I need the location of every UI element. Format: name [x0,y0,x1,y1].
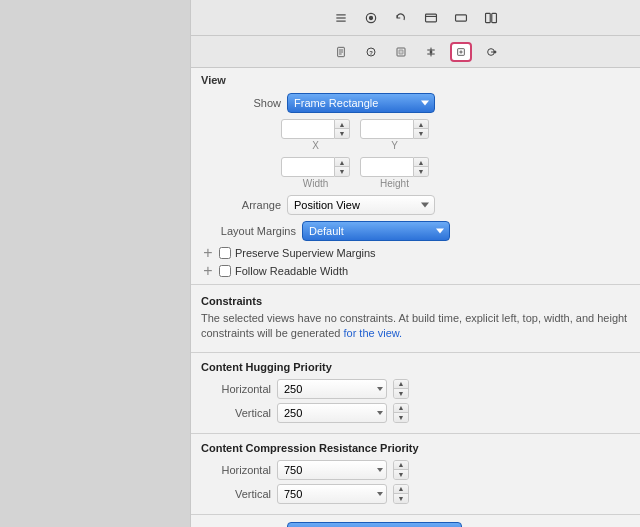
left-background [0,0,190,527]
content-hugging-title: Content Hugging Priority [201,361,630,373]
layout-label: Layout Margins [201,225,296,237]
attributes-tab-icon[interactable] [420,42,442,62]
divider-3 [191,433,640,434]
constraints-blue-text: for the view. [343,327,402,339]
y-increment-button[interactable]: ▲ [414,120,428,129]
compression-horizontal-label: Horizontal [201,464,271,476]
compression-resistance-section: Content Compression Resistance Priority … [191,438,640,510]
y-field[interactable]: 118 [360,119,414,139]
compression-horizontal-decrement[interactable]: ▼ [394,470,408,479]
x-decrement-button[interactable]: ▼ [335,129,349,138]
xy-row: 287 ▲ ▼ X 118 ▲ ▼ Y [191,116,640,154]
layout-select[interactable]: Default [302,221,450,241]
show-row: Show Frame Rectangle [191,90,640,116]
x-label: X [312,140,319,151]
height-increment-button[interactable]: ▲ [414,158,428,167]
divider-1 [191,284,640,285]
height-decrement-button[interactable]: ▼ [414,167,428,176]
arrange-select-wrapper: Position View [287,195,435,215]
svg-text:?: ? [369,49,373,55]
content-hugging-section: Content Hugging Priority Horizontal 250 … [191,357,640,429]
compression-horizontal-row: Horizontal 750 ▲ ▼ [201,458,630,482]
hugging-horizontal-label: Horizontal [201,383,271,395]
width-stepper: ▲ ▼ [335,157,350,177]
x-stepper: ▲ ▼ [335,119,350,139]
svg-point-18 [430,51,432,53]
compression-vertical-label: Vertical [201,488,271,500]
svg-point-4 [369,16,372,19]
width-field[interactable]: 45 [281,157,335,177]
connect-icon[interactable] [359,7,383,29]
compression-vertical-increment[interactable]: ▲ [394,485,408,494]
height-label: Height [380,178,409,189]
compression-vertical-stepper: ▲ ▼ [393,484,409,504]
compression-vertical-select[interactable]: 750 [277,484,387,504]
follow-checkbox[interactable] [219,265,231,277]
layout-select-wrapper: Default [302,221,450,241]
show-select[interactable]: Frame Rectangle [287,93,435,113]
width-input-group: 45 ▲ ▼ [281,157,350,177]
show-select-wrapper: Frame Rectangle [287,93,435,113]
wh-row: 45 ▲ ▼ Width 30 ▲ ▼ Height [191,154,640,192]
y-decrement-button[interactable]: ▼ [414,129,428,138]
height-stepper: ▲ ▼ [414,157,429,177]
width-coord-item: 45 ▲ ▼ Width [281,157,350,189]
svg-rect-7 [455,14,466,20]
follow-plus-button[interactable]: + [201,264,215,278]
file-tab-icon[interactable] [330,42,352,62]
height-field[interactable]: 30 [360,157,414,177]
hugging-vertical-decrement[interactable]: ▼ [394,413,408,422]
hugging-vertical-increment[interactable]: ▲ [394,404,408,413]
preserve-plus-button[interactable]: + [201,246,215,260]
mask-tab-icon[interactable] [390,42,412,62]
height-input-group: 30 ▲ ▼ [360,157,429,177]
hugging-horizontal-decrement[interactable]: ▼ [394,389,408,398]
compression-vertical-decrement[interactable]: ▼ [394,494,408,503]
size-tab-icon[interactable] [450,42,472,62]
hugging-vertical-row: Vertical 250 ▲ ▼ [201,401,630,425]
intrinsic-select-wrapper: Default (System Defined) [287,522,462,527]
toolbar-top [191,0,640,36]
x-input-group: 287 ▲ ▼ [281,119,350,139]
x-coord-item: 287 ▲ ▼ X [281,119,350,151]
width-label: Width [303,178,329,189]
inspector-panel: ? [190,0,640,527]
compression-vertical-select-wrapper: 750 [277,484,387,504]
hugging-horizontal-select[interactable]: 250 [277,379,387,399]
compression-horizontal-increment[interactable]: ▲ [394,461,408,470]
compression-horizontal-select[interactable]: 750 [277,460,387,480]
preserve-row: + Preserve Superview Margins [191,244,640,262]
connections-tab-icon[interactable] [480,42,502,62]
show-label: Show [201,97,281,109]
svg-rect-5 [425,14,436,22]
hugging-horizontal-increment[interactable]: ▲ [394,380,408,389]
preserve-checkbox[interactable] [219,247,231,259]
align-icon[interactable] [329,7,353,29]
follow-label: Follow Readable Width [235,265,348,277]
hugging-vertical-select[interactable]: 250 [277,403,387,423]
intrinsic-size-select[interactable]: Default (System Defined) [287,522,462,527]
arrange-label: Arrange [201,199,281,211]
arrange-row: Arrange Position View [191,192,640,218]
svg-rect-9 [491,13,496,22]
height-coord-item: 30 ▲ ▼ Height [360,157,429,189]
arrange-select[interactable]: Position View [287,195,435,215]
split-icon[interactable] [479,7,503,29]
toolbar-second: ? [191,36,640,68]
undo-icon[interactable] [389,7,413,29]
preserve-label: Preserve Superview Margins [235,247,376,259]
intrinsic-size-row: Intrinsic Size Default (System Defined) [191,519,640,527]
y-stepper: ▲ ▼ [414,119,429,139]
divider-2 [191,352,640,353]
y-label: Y [391,140,398,151]
help-tab-icon[interactable]: ? [360,42,382,62]
frame-icon[interactable] [419,7,443,29]
svg-point-24 [494,51,496,53]
compression-resistance-title: Content Compression Resistance Priority [201,442,630,454]
y-input-group: 118 ▲ ▼ [360,119,429,139]
x-increment-button[interactable]: ▲ [335,120,349,129]
width-increment-button[interactable]: ▲ [335,158,349,167]
rect-icon[interactable] [449,7,473,29]
width-decrement-button[interactable]: ▼ [335,167,349,176]
x-field[interactable]: 287 [281,119,335,139]
